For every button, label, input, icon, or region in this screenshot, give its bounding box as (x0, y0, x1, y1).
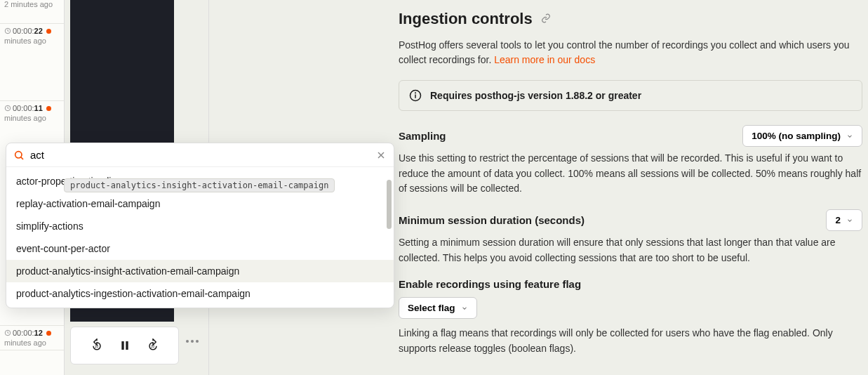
recording-dot-icon (46, 29, 51, 34)
sampling-select[interactable]: 100% (no sampling) (742, 125, 862, 147)
svg-rect-5 (126, 341, 128, 350)
settings-panel: Ingestion controls PostHog offers severa… (399, 10, 862, 369)
docs-link[interactable]: Learn more in our docs (494, 54, 595, 65)
svg-text:10: 10 (150, 344, 154, 348)
feature-flag-desc: Linking a flag means that recordings wil… (399, 326, 862, 356)
recording-dot-icon (46, 331, 51, 336)
svg-point-9 (415, 93, 416, 93)
svg-rect-4 (121, 341, 123, 350)
forward-icon: 10 (146, 338, 160, 353)
rewind-icon: 10 (90, 338, 104, 353)
feature-flag-title: Enable recordings using feature flag (399, 278, 862, 290)
min-duration-title: Minimum session duration (seconds) (399, 214, 585, 226)
search-result-item[interactable]: simplify-actions (6, 215, 394, 237)
session-item[interactable]: 00:00:12 minutes ago (0, 326, 64, 350)
session-ago: minutes ago (4, 37, 46, 45)
clock-icon (4, 329, 11, 336)
recording-dot-icon (46, 106, 51, 111)
svg-text:10: 10 (94, 344, 98, 348)
sampling-title: Sampling (399, 130, 446, 142)
sampling-desc: Use this setting to restrict the percent… (399, 151, 862, 197)
scrollbar[interactable] (387, 180, 392, 229)
clear-search-button[interactable] (375, 150, 387, 161)
more-menu-button[interactable] (186, 340, 199, 343)
session-ago: 2 minutes ago (4, 0, 53, 8)
svg-point-10 (15, 151, 22, 157)
session-item[interactable]: 2 minutes ago (0, 0, 64, 24)
chevron-down-icon (846, 217, 853, 224)
search-icon (13, 150, 25, 161)
player-controls: 10 10 (70, 327, 179, 364)
clock-icon (4, 27, 11, 34)
flag-search-input[interactable] (30, 149, 375, 161)
version-banner: Requires posthog-js version 1.88.2 or gr… (399, 80, 862, 111)
banner-text: Requires posthog-js version 1.88.2 or gr… (430, 90, 641, 101)
min-duration-select[interactable]: 2 (826, 209, 862, 231)
rewind-button[interactable]: 10 (89, 338, 105, 353)
page-title: Ingestion controls (399, 10, 862, 28)
search-result-item[interactable]: event-count-per-actor (6, 237, 394, 260)
info-icon (409, 89, 422, 102)
clock-icon (4, 105, 11, 112)
search-result-item[interactable]: product-analytics-insight-activation-ema… (6, 260, 394, 282)
page-description: PostHog offers several tools to let you … (399, 38, 862, 67)
link-icon[interactable] (541, 13, 551, 25)
session-ago: minutes ago (4, 114, 46, 122)
search-result-item[interactable]: replay-activation-email-campaign (6, 192, 394, 215)
session-item[interactable]: 00:00:22 minutes ago (0, 24, 64, 101)
svg-line-11 (21, 157, 23, 159)
pause-icon (119, 340, 131, 351)
pause-button[interactable] (117, 338, 133, 353)
select-flag-button[interactable]: Select flag (399, 297, 477, 319)
flag-search-popover: product-analytics-insight-activation-ema… (6, 143, 394, 308)
session-ago: minutes ago (4, 338, 46, 347)
min-duration-desc: Setting a minimum session duration will … (399, 235, 862, 265)
forward-button[interactable]: 10 (145, 338, 161, 353)
search-tooltip: product-analytics-insight-activation-ema… (64, 178, 335, 192)
chevron-down-icon (461, 305, 468, 312)
chevron-down-icon (846, 133, 853, 140)
search-result-item[interactable]: product-analytics-ingestion-activation-e… (6, 282, 394, 305)
